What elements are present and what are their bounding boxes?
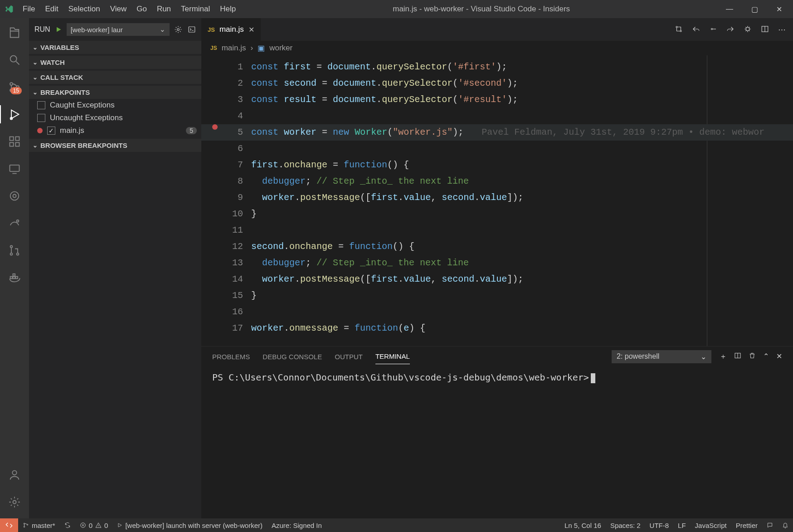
svg-point-22 — [177, 29, 180, 31]
breakpoint-glyph-icon[interactable] — [212, 124, 218, 130]
menu-file[interactable]: File — [18, 2, 39, 16]
terminal-select[interactable]: 2: powershell ⌄ — [612, 350, 711, 363]
terminal-prompt: PS C:\Users\Connor\Documents\Github\vsco… — [212, 372, 589, 383]
tab-main-js[interactable]: JS main.js ✕ — [201, 18, 261, 41]
bp-file[interactable]: main.js 5 — [29, 124, 201, 137]
tab-output[interactable]: OUTPUT — [335, 349, 363, 364]
split-editor-icon[interactable] — [761, 25, 769, 34]
menu-help[interactable]: Help — [215, 2, 240, 16]
svg-rect-5 — [10, 137, 14, 141]
start-debug-button[interactable] — [55, 26, 62, 33]
new-terminal-icon[interactable]: ＋ — [720, 352, 727, 361]
split-terminal-icon[interactable] — [734, 352, 741, 361]
more-icon[interactable]: ⋯ — [778, 25, 786, 34]
svg-rect-9 — [10, 165, 19, 171]
menu-go[interactable]: Go — [132, 2, 151, 16]
editor-area: JS main.js ✕ ⋯ JS main.js › ▣ worker — [201, 18, 793, 518]
tab-debug-console[interactable]: DEBUG CONSOLE — [263, 349, 322, 364]
remote-indicator[interactable] — [0, 518, 18, 532]
close-button[interactable]: ✕ — [773, 3, 786, 15]
svg-point-10 — [10, 192, 19, 200]
window-controls: — ▢ ✕ — [722, 3, 786, 15]
tab-bar: JS main.js ✕ ⋯ — [201, 18, 793, 41]
status-prettier[interactable]: Prettier — [731, 522, 762, 529]
bug-icon[interactable] — [744, 25, 752, 34]
gear-icon[interactable] — [174, 25, 182, 34]
svg-point-26 — [711, 28, 713, 29]
checkbox-icon[interactable] — [37, 114, 45, 122]
svg-rect-23 — [189, 27, 195, 32]
status-sync[interactable] — [60, 518, 75, 532]
close-panel-icon[interactable]: ✕ — [776, 352, 782, 361]
chevron-down-icon: ⌄ — [160, 25, 165, 34]
breakpoints-section[interactable]: ⌄BREAKPOINTS — [29, 86, 201, 99]
status-launch[interactable]: [web-worker] launch with server (web-wor… — [112, 518, 267, 532]
tab-problems[interactable]: PROBLEMS — [212, 349, 250, 364]
status-eol[interactable]: LF — [673, 522, 691, 529]
explorer-icon[interactable] — [5, 24, 24, 42]
extensions-icon[interactable] — [5, 132, 24, 151]
debug-alt-icon[interactable] — [5, 214, 24, 232]
step-back-icon[interactable] — [692, 25, 700, 34]
target-icon[interactable] — [5, 187, 24, 205]
bp-uncaught[interactable]: Uncaught Exceptions — [29, 112, 201, 124]
menu-edit[interactable]: Edit — [40, 2, 63, 16]
search-icon[interactable] — [5, 51, 24, 69]
open-changes-icon[interactable] — [709, 25, 717, 34]
svg-point-32 — [27, 524, 28, 525]
scm-badge: 15 — [10, 87, 22, 94]
menu-terminal[interactable]: Terminal — [176, 2, 214, 16]
source-control-icon[interactable]: 15 — [5, 78, 24, 96]
svg-point-24 — [676, 26, 677, 28]
step-forward-icon[interactable] — [726, 25, 735, 34]
menu-selection[interactable]: Selection — [64, 2, 105, 16]
browser-breakpoints-section[interactable]: ⌄BROWSER BREAKPOINTS — [29, 139, 201, 152]
status-branch[interactable]: master* — [18, 518, 60, 532]
kill-terminal-icon[interactable] — [749, 352, 756, 361]
compare-icon[interactable] — [675, 25, 683, 34]
status-language[interactable]: JavaScript — [691, 522, 731, 529]
status-encoding[interactable]: UTF-8 — [645, 522, 674, 529]
maximize-panel-icon[interactable]: ⌃ — [763, 352, 769, 361]
svg-rect-16 — [10, 277, 13, 279]
checkbox-icon[interactable] — [37, 101, 45, 109]
status-feedback-icon[interactable] — [762, 522, 778, 528]
menubar: File Edit Selection View Go Run Terminal… — [18, 2, 240, 16]
config-value: [web-worker] laur — [71, 26, 123, 34]
code-editor[interactable]: 1const first = document.querySelector('#… — [201, 55, 793, 346]
settings-gear-icon[interactable] — [5, 493, 24, 511]
svg-point-20 — [12, 471, 16, 475]
debug-console-icon[interactable] — [188, 25, 196, 34]
launch-config-select[interactable]: [web-worker] laur ⌄ — [67, 23, 170, 36]
menu-view[interactable]: View — [106, 2, 131, 16]
breadcrumbs[interactable]: JS main.js › ▣ worker — [201, 41, 793, 55]
svg-rect-17 — [13, 277, 15, 279]
svg-point-25 — [680, 30, 681, 32]
checkbox-checked-icon[interactable] — [47, 127, 55, 135]
status-cursor[interactable]: Ln 5, Col 16 — [560, 522, 606, 529]
svg-rect-8 — [15, 137, 19, 141]
git-pr-icon[interactable] — [5, 241, 24, 259]
account-icon[interactable] — [5, 466, 24, 484]
remote-icon[interactable] — [5, 160, 24, 178]
menu-run[interactable]: Run — [152, 2, 175, 16]
callstack-section[interactable]: ⌄CALL STACK — [29, 71, 201, 84]
run-label: RUN — [34, 25, 50, 34]
docker-icon[interactable] — [5, 268, 24, 287]
terminal[interactable]: PS C:\Users\Connor\Documents\Github\vsco… — [201, 366, 793, 518]
run-debug-icon[interactable] — [5, 105, 24, 123]
status-spaces[interactable]: Spaces: 2 — [606, 522, 645, 529]
watch-section[interactable]: ⌄WATCH — [29, 56, 201, 69]
variables-section[interactable]: ⌄VARIABLES — [29, 41, 201, 54]
svg-rect-7 — [15, 142, 19, 146]
tab-terminal[interactable]: TERMINAL — [375, 349, 410, 364]
minimize-button[interactable]: — — [722, 3, 737, 15]
tab-close-icon[interactable]: ✕ — [248, 25, 254, 34]
status-bell-icon[interactable] — [778, 522, 793, 528]
maximize-button[interactable]: ▢ — [748, 3, 762, 15]
status-errors[interactable]: 0 0 — [75, 518, 113, 532]
bp-caught[interactable]: Caught Exceptions — [29, 99, 201, 112]
bp-line-badge: 5 — [186, 127, 197, 134]
status-azure[interactable]: Azure: Signed In — [267, 518, 326, 532]
gitlens-annotation: Pavel Feldman, July 31st, 2019 9:27pm • … — [482, 127, 764, 137]
